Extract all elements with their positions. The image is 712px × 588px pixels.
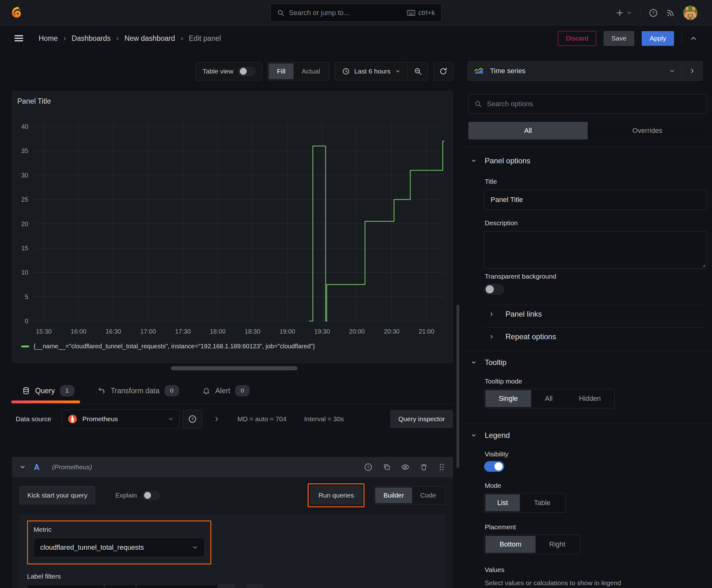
panel-links-section[interactable]: Panel links [489,310,542,318]
run-queries-button[interactable]: Run queries [310,486,362,504]
apply-button[interactable]: Apply [642,31,674,46]
tab-query[interactable]: Query 1 [22,385,74,403]
remove-filter-button[interactable]: ✕ [218,585,234,588]
duplicate-query-button[interactable] [383,463,391,471]
fill-actual-switch: Fill Actual [267,62,329,80]
zoom-out-time-button[interactable] [408,63,428,80]
chevron-right-icon [489,312,494,317]
options-search-input[interactable]: Search options [468,94,707,114]
tab-alert[interactable]: Alert 0 [202,385,250,403]
tooltip-mode-hidden[interactable]: Hidden [566,390,613,407]
metric-label: Metric [34,526,205,533]
table-view-toggle[interactable] [238,67,255,76]
panel-options-heading[interactable]: Panel options [471,156,530,165]
panel-edit-actions: Discard Save Apply [558,31,697,46]
drag-handle[interactable] [438,463,446,471]
legend-heading[interactable]: Legend [471,431,510,440]
global-search-input[interactable]: Search or jump to... ctrl+k [271,4,442,22]
select-label-dropdown[interactable]: Select label [27,585,104,588]
legend-visibility-toggle[interactable] [484,461,504,472]
delete-query-trash-button[interactable] [420,463,428,471]
legend-placement-bottom[interactable]: Bottom [486,536,536,553]
datasource-picker[interactable]: Prometheus [62,410,179,428]
horizontal-scrollbar-thumb[interactable] [171,366,298,370]
toggle-visibility-eye-button[interactable] [401,463,410,471]
promql-builder-block: Metric cloudflared_tunnel_total_requests… [19,514,446,588]
fill-option[interactable]: Fill [269,63,294,79]
resize-handle-icon[interactable] [701,263,706,267]
refresh-button[interactable] [434,62,453,80]
grafana-logo-icon[interactable] [7,5,22,20]
time-range-label: Last 6 hours [354,67,390,75]
interval-stat: Interval = 30s [304,415,344,423]
breadcrumb-home[interactable]: Home [39,34,58,43]
tab-all[interactable]: All [468,122,588,140]
query-editor-toolbar: Kick start your query Explain Run querie… [19,483,446,507]
breadcrumb-separator-icon: › [63,34,66,43]
add-menu-button[interactable] [616,9,632,17]
query-inspector-button[interactable]: Query inspector [390,410,453,428]
vertical-scrollbar-thumb[interactable] [456,305,459,468]
tab-overrides[interactable]: Overrides [588,122,707,140]
explain-label: Explain [115,491,137,499]
chevron-down-icon [395,68,401,74]
svg-text:21:00: 21:00 [419,328,434,335]
help-button[interactable]: ? [649,8,658,18]
time-series-chart: 051015202530354015:3016:0016:3017:0017:3… [12,116,453,336]
collapse-options-chevron-up-icon[interactable] [689,34,697,42]
actual-option[interactable]: Actual [294,63,328,79]
legend-mode-label: Mode [485,482,501,489]
query-help-button[interactable]: ? [364,463,373,471]
query-editor-body: Kick start your query Explain Run querie… [12,477,453,588]
panel-title-input[interactable] [484,190,707,210]
code-option[interactable]: Code [412,487,444,503]
add-filter-button[interactable]: + [247,585,263,588]
metric-highlight: Metric cloudflared_tunnel_total_requests [27,521,211,564]
transparent-background-label: Transparent background [485,273,556,280]
tooltip-mode-all[interactable]: All [531,390,566,407]
chart-legend-item[interactable]: {__name__="cloudflared_tunnel_total_requ… [21,343,315,350]
datasource-name: Prometheus [82,415,163,423]
select-value-dropdown[interactable]: Select value [136,585,218,588]
transparent-background-toggle[interactable] [484,284,504,295]
datasource-help-button[interactable]: ? [183,410,202,428]
visualization-picker[interactable]: Time series [468,61,703,81]
legend-mode-table[interactable]: Table [520,495,564,511]
kick-start-query-button[interactable]: Kick start your query [19,486,95,504]
breadcrumb-dashboards[interactable]: Dashboards [71,34,110,43]
panel-options-pane: Time series Search options All Overrides [464,51,712,588]
tooltip-heading[interactable]: Tooltip [471,358,506,367]
repeat-options-section[interactable]: Repeat options [489,332,556,341]
builder-option[interactable]: Builder [375,487,412,503]
user-avatar[interactable] [683,6,697,20]
chevron-down-icon[interactable] [19,464,26,470]
legend-label: {__name__="cloudflared_tunnel_total_requ… [34,343,315,350]
tooltip-mode-single[interactable]: Single [486,390,531,407]
legend-mode-list[interactable]: List [486,495,520,511]
tab-transform-data[interactable]: Transform data 0 [98,385,179,403]
discard-button[interactable]: Discard [558,31,596,46]
breadcrumb-separator-icon: › [116,34,118,43]
chevron-right-icon [489,334,494,339]
time-series-panel[interactable]: Panel Title 051015202530354015:3016:0016… [12,91,453,363]
breadcrumb-edit-panel: Edit panel [189,34,221,43]
chevron-down-icon [669,68,675,74]
chevron-down-icon [471,433,477,438]
save-button[interactable]: Save [604,31,634,46]
metric-select[interactable]: cloudflared_tunnel_total_requests [34,538,205,557]
query-row-header[interactable]: A (Prometheus) ? [12,457,453,477]
menu-hamburger-icon[interactable] [14,34,24,42]
keyboard-icon [407,10,415,16]
time-range-button[interactable]: Last 6 hours [335,63,408,80]
svg-text:17:00: 17:00 [140,328,156,335]
description-textarea[interactable] [484,231,707,269]
chevron-right-icon[interactable] [214,416,220,422]
operator-dropdown[interactable]: = [105,585,136,588]
legend-placement-right[interactable]: Right [536,536,579,553]
toggle-viz-picker-chevron-right[interactable] [682,62,702,80]
metric-value: cloudflared_tunnel_total_requests [40,543,192,551]
news-rss-button[interactable] [666,8,675,17]
breadcrumb-new-dashboard[interactable]: New dashboard [124,34,175,43]
svg-text:15:30: 15:30 [36,328,51,335]
explain-toggle[interactable] [143,491,159,500]
